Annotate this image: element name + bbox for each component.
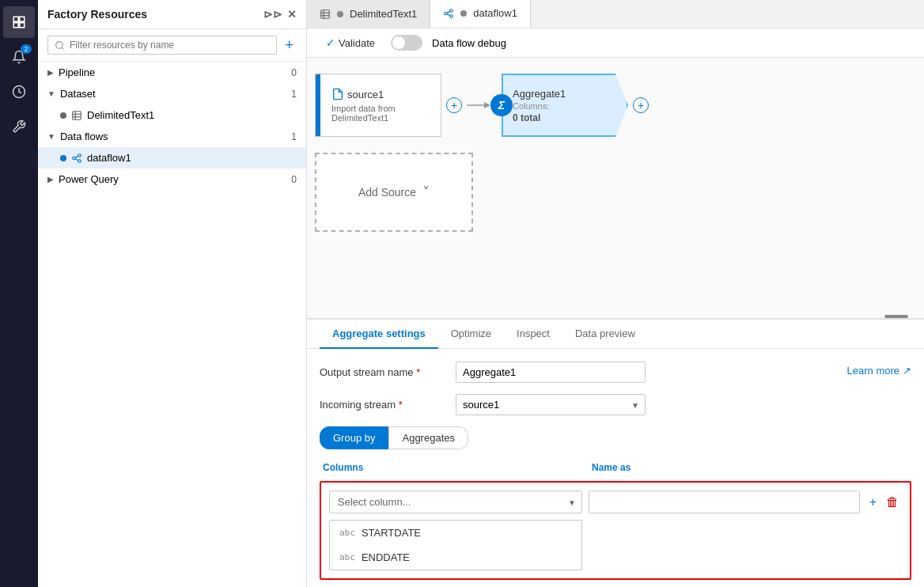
sidebar-item-dataflow1[interactable]: dataflow1 <box>38 147 306 169</box>
add-after-aggregate-button[interactable]: + <box>633 97 649 113</box>
incoming-stream-select[interactable]: source1 <box>456 394 646 415</box>
powerquery-count: 0 <box>284 174 297 185</box>
delimitedtext-label: DelimitedText1 <box>87 109 154 121</box>
close-sidebar-icon[interactable]: ✕ <box>287 8 297 21</box>
sidebar-header: Factory Resources ⊳⊳ ✕ <box>38 0 306 29</box>
tab-dataflow1[interactable]: dataflow1 <box>430 0 531 28</box>
sidebar-item-delimitedtext1[interactable]: DelimitedText1 <box>38 104 306 126</box>
source-doc-icon <box>331 88 344 100</box>
tab-delimitedtext1[interactable]: DelimitedText1 <box>307 0 430 28</box>
row-actions: + 🗑 <box>866 494 902 511</box>
nav-icons-panel: 2 <box>0 0 38 587</box>
notification-badge: 2 <box>21 44 32 54</box>
group-by-button[interactable]: Group by <box>320 426 388 449</box>
nav-tools[interactable] <box>3 111 35 142</box>
debug-toggle[interactable] <box>391 35 422 51</box>
incoming-stream-label-text: Incoming stream <box>320 399 396 411</box>
add-source-chevron-icon: ˅ <box>422 184 430 201</box>
settings-tabs: Aggregate settings Optimize Inspect Data… <box>307 320 924 349</box>
source-title-text: source1 <box>347 89 384 100</box>
aggregate-sigma-icon: Σ <box>490 94 513 116</box>
nav-home[interactable] <box>3 6 35 38</box>
aggregates-button[interactable]: Aggregates <box>388 426 468 449</box>
sidebar-item-pipeline[interactable]: ▶ Pipeline 0 <box>38 62 306 83</box>
incoming-stream-label: Incoming stream * <box>320 399 446 411</box>
source-node-bar <box>316 74 320 136</box>
flow-container: source1 Import data from DelimitedText1 … <box>315 74 653 137</box>
toggle-knob <box>392 36 405 49</box>
powerquery-left: ▶ Power Query <box>47 173 119 185</box>
incoming-stream-required: * <box>399 399 403 411</box>
learn-more-container: Learn more ↗ <box>847 362 911 377</box>
incoming-stream-row: Incoming stream * source1 ▼ <box>320 394 847 415</box>
sidebar-title: Factory Resources <box>47 8 147 21</box>
aggregate-node[interactable]: Σ Aggregate1 Columns: 0 total <box>490 74 628 137</box>
sidebar: Factory Resources ⊳⊳ ✕ + ▶ Pipeline 0 <box>38 0 307 587</box>
arrow-icon <box>467 97 490 113</box>
settings-body: Output stream name * Incoming stream * <box>307 349 924 587</box>
svg-line-6 <box>62 47 63 49</box>
tab-inspect[interactable]: Inspect <box>504 320 562 349</box>
svg-marker-26 <box>484 102 490 108</box>
tab-aggregate-settings[interactable]: Aggregate settings <box>320 320 438 349</box>
dataset-chevron: ▼ <box>47 89 55 98</box>
validate-button[interactable]: ✓ Validate <box>320 33 381 52</box>
powerquery-chevron: ▶ <box>47 175 54 184</box>
name-as-input[interactable] <box>589 490 860 513</box>
tab-dataflow-icon <box>443 8 454 19</box>
add-column-button[interactable]: + <box>866 494 880 511</box>
tab-dataflow1-dot <box>460 10 467 17</box>
highlight-section: Select column... STARTDATE ENDDATE ▼ + 🗑 <box>320 481 911 580</box>
form-and-learnmore: Output stream name * Incoming stream * <box>320 362 911 426</box>
dropdown-option-startdate[interactable]: abc STARTDATE <box>330 521 581 545</box>
minimize-handle[interactable] <box>884 315 908 318</box>
add-source-box[interactable]: Add Source ˅ <box>315 153 473 232</box>
search-input[interactable] <box>70 40 270 51</box>
sidebar-header-actions: ⊳⊳ ✕ <box>263 8 297 21</box>
delete-column-button[interactable]: 🗑 <box>883 494 902 511</box>
startdate-type: abc <box>339 528 355 538</box>
delimitedtext-left: DelimitedText1 <box>60 109 154 121</box>
svg-point-13 <box>78 159 81 162</box>
name-as-header: Name as <box>592 462 631 473</box>
tab-data-preview[interactable]: Data preview <box>562 320 648 349</box>
sidebar-item-powerquery[interactable]: ▶ Power Query 0 <box>38 169 306 190</box>
output-stream-row: Output stream name * <box>320 362 847 383</box>
source-node[interactable]: source1 Import data from DelimitedText1 <box>315 74 441 137</box>
tab-optimize[interactable]: Optimize <box>438 320 504 349</box>
svg-rect-3 <box>20 23 25 28</box>
main-content: DelimitedText1 dataflow1 ✓ Validate Data… <box>307 0 924 587</box>
group-by-toggles: Group by Aggregates <box>320 426 911 449</box>
tab-delimitedtext-icon <box>320 9 331 20</box>
svg-point-20 <box>445 12 448 15</box>
learn-more-link[interactable]: Learn more ↗ <box>847 365 911 377</box>
sidebar-item-dataset[interactable]: ▼ Dataset 1 <box>38 83 306 104</box>
nav-monitor[interactable] <box>3 76 35 108</box>
svg-point-21 <box>450 9 453 12</box>
sidebar-item-dataflows[interactable]: ▼ Data flows 1 <box>38 126 306 147</box>
tab-delimitedtext1-dot <box>337 11 343 17</box>
column-dropdown-options: abc STARTDATE abc ENDDATE <box>329 520 582 570</box>
nav-notification[interactable]: 2 <box>3 41 35 73</box>
validate-label: Validate <box>339 37 375 49</box>
sidebar-tree: ▶ Pipeline 0 ▼ Dataset 1 DelimitedText1 <box>38 62 306 587</box>
dataflow-icon <box>71 153 82 164</box>
add-after-source-button[interactable]: + <box>446 97 462 113</box>
enddate-value: ENDDATE <box>362 551 410 563</box>
dataflows-count: 1 <box>284 131 297 142</box>
collapse-icon[interactable]: ⊳⊳ <box>263 8 282 21</box>
dataflow1-dot <box>60 155 66 161</box>
aggregate-columns-label: Columns: <box>513 101 611 111</box>
columns-header: Columns <box>323 462 576 473</box>
dropdown-option-enddate[interactable]: abc ENDDATE <box>330 545 581 570</box>
svg-rect-1 <box>20 17 25 21</box>
output-stream-input[interactable] <box>456 362 646 383</box>
tab-dataflow1-label: dataflow1 <box>473 7 517 19</box>
columns-headers-row: Columns Name as <box>320 462 911 473</box>
output-stream-label: Output stream name * <box>320 366 446 378</box>
svg-point-12 <box>78 153 81 157</box>
learn-more-text: Learn more <box>847 365 899 377</box>
column-select[interactable]: Select column... STARTDATE ENDDATE <box>329 490 582 513</box>
add-resource-button[interactable]: + <box>282 37 297 54</box>
dataflows-left: ▼ Data flows <box>47 131 108 142</box>
